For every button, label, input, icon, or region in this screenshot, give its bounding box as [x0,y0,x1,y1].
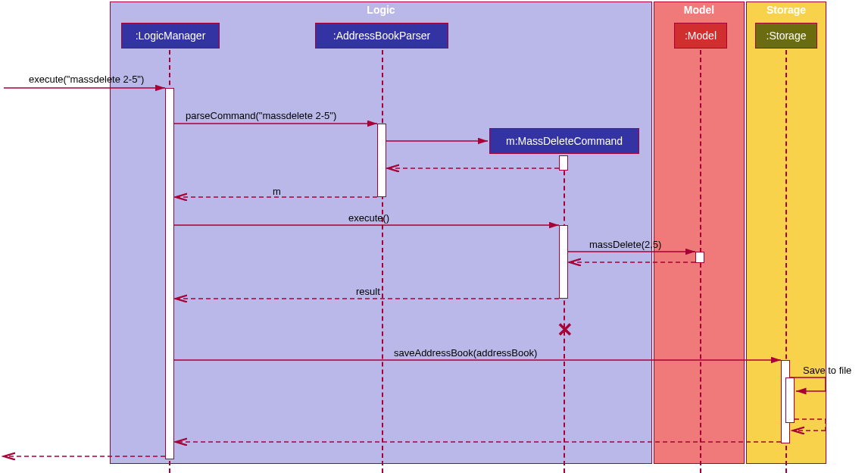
label-execute-in: execute("massdelete 2-5") [29,74,144,85]
label-return-m: m [273,186,281,197]
frame-logic: Logic [110,2,652,464]
participant-storage: :Storage [755,23,817,49]
activation-logic-manager [165,88,174,459]
participant-address-book-parser: :AddressBookParser [315,23,448,49]
frame-title-logic: Logic [361,2,401,17]
label-result: result [356,286,380,297]
frame-title-model: Model [678,2,720,17]
frame-title-storage: Storage [760,2,812,17]
participant-logic-manager: :LogicManager [121,23,220,49]
frame-model: Model [654,2,745,464]
destroy-icon: ✕ [557,318,573,342]
label-save-address-book: saveAddressBook(addressBook) [394,347,537,359]
activation-address-book-parser [377,124,386,197]
label-mass-delete: massDelete(2,5) [589,239,661,250]
activation-mass-delete-command-1 [559,155,568,171]
lifeline-mass-delete-command [564,155,565,473]
activation-model [695,252,704,263]
label-execute-empty: execute() [348,212,389,224]
activation-storage-inner [785,377,795,423]
lifeline-address-book-parser [382,50,383,473]
participant-mass-delete-command: m:MassDeleteCommand [489,128,639,154]
participant-model: :Model [674,23,727,49]
activation-mass-delete-command-2 [559,225,568,299]
label-save-to-file: Save to file [803,365,851,376]
label-parse-command: parseCommand("massdelete 2-5") [186,110,336,121]
